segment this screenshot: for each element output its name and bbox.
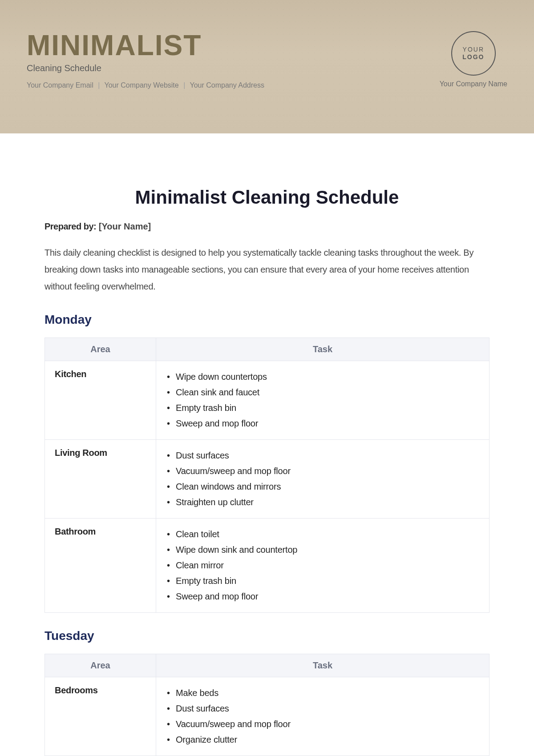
schedule-table: AreaTaskKitchenWipe down countertopsClea… [44, 338, 490, 613]
task-cell: Dust surfacesVacuum/sweep and mop floorC… [156, 440, 490, 519]
task-item: Straighten up clutter [166, 495, 479, 510]
task-list: Wipe down countertopsClean sink and fauc… [166, 369, 479, 431]
table-row: BedroomsMake bedsDust surfacesVacuum/swe… [45, 677, 490, 756]
area-cell: Bedrooms [45, 677, 156, 756]
task-item: Sweep and mop floor [166, 589, 479, 604]
task-list: Clean toiletWipe down sink and counterto… [166, 527, 479, 604]
task-cell: Make bedsDust surfacesVacuum/sweep and m… [156, 677, 490, 756]
prepared-value: [Your Name] [99, 221, 151, 231]
task-item: Organize clutter [166, 732, 479, 748]
task-item: Clean sink and faucet [166, 385, 479, 400]
logo-line2: LOGO [462, 53, 484, 61]
banner-website: Your Company Website [104, 81, 178, 89]
prepared-by-line: Prepared by: [Your Name] [44, 221, 490, 232]
task-item: Empty trash bin [166, 573, 479, 589]
separator-icon: | [98, 81, 100, 89]
document-body: Minimalist Cleaning Schedule Prepared by… [0, 133, 534, 756]
banner-subtitle: Cleaning Schedule [27, 63, 507, 73]
banner-contact: Your Company Email | Your Company Websit… [27, 81, 507, 89]
task-item: Empty trash bin [166, 400, 479, 416]
col-header-area: Area [45, 338, 156, 361]
task-item: Sweep and mop floor [166, 416, 479, 431]
logo-placeholder-icon: YOUR LOGO [451, 31, 496, 76]
area-cell: Bathroom [45, 519, 156, 613]
task-item: Dust surfaces [166, 701, 479, 716]
task-item: Vacuum/sweep and mop floor [166, 463, 479, 479]
table-row: Living RoomDust surfacesVacuum/sweep and… [45, 440, 490, 519]
task-cell: Wipe down countertopsClean sink and fauc… [156, 361, 490, 440]
table-row: BathroomClean toiletWipe down sink and c… [45, 519, 490, 613]
day-heading: Tuesday [44, 629, 490, 643]
task-item: Make beds [166, 685, 479, 701]
task-item: Clean windows and mirrors [166, 479, 479, 495]
col-header-area: Area [45, 654, 156, 677]
company-name: Your Company Name [440, 80, 507, 88]
task-item: Dust surfaces [166, 448, 479, 463]
separator-icon: | [183, 81, 185, 89]
prepared-label: Prepared by: [44, 221, 96, 231]
logo-line1: YOUR [463, 46, 484, 53]
task-item: Wipe down countertops [166, 369, 479, 385]
col-header-task: Task [156, 338, 490, 361]
intro-paragraph: This daily cleaning checklist is designe… [44, 244, 490, 295]
task-list: Dust surfacesVacuum/sweep and mop floorC… [166, 448, 479, 510]
header-banner: MINIMALIST Cleaning Schedule Your Compan… [0, 0, 534, 133]
task-item: Wipe down sink and countertop [166, 542, 479, 558]
task-cell: Clean toiletWipe down sink and counterto… [156, 519, 490, 613]
banner-address: Your Company Address [190, 81, 264, 89]
area-cell: Kitchen [45, 361, 156, 440]
banner-title: MINIMALIST [27, 31, 507, 60]
task-list: Make bedsDust surfacesVacuum/sweep and m… [166, 685, 479, 748]
table-row: KitchenWipe down countertopsClean sink a… [45, 361, 490, 440]
page-title: Minimalist Cleaning Schedule [44, 187, 490, 208]
col-header-task: Task [156, 654, 490, 677]
area-cell: Living Room [45, 440, 156, 519]
task-item: Clean toilet [166, 527, 479, 542]
banner-email: Your Company Email [27, 81, 93, 89]
schedule-table: AreaTaskBedroomsMake bedsDust surfacesVa… [44, 654, 490, 756]
day-heading: Monday [44, 313, 490, 327]
logo-block: YOUR LOGO Your Company Name [440, 31, 507, 88]
task-item: Vacuum/sweep and mop floor [166, 716, 479, 732]
task-item: Clean mirror [166, 558, 479, 573]
